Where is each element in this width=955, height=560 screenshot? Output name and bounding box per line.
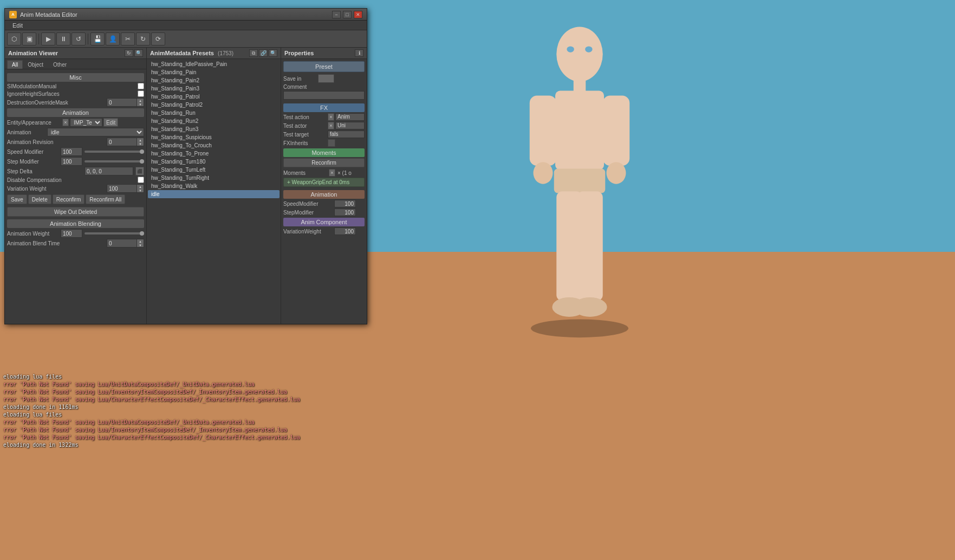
anim-revision-input[interactable] — [107, 138, 137, 146]
presets-search-icon[interactable]: 🔍 — [269, 49, 277, 57]
moments-x-btn[interactable]: × — [329, 169, 335, 177]
animation-select[interactable]: idle — [47, 128, 144, 136]
search-icon[interactable]: 🔍 — [134, 49, 143, 57]
reconfirm-button[interactable]: Reconfirm — [53, 194, 85, 204]
preset-item-5[interactable]: hw_Standing_Patrol2 — [148, 101, 280, 109]
moments-reconfirm-button[interactable]: Reconfirm — [283, 158, 365, 167]
step-modifier-row: Step Modifier — [7, 157, 144, 166]
toolbar-play[interactable]: ▶ — [41, 32, 55, 45]
variation-weight-input[interactable] — [107, 184, 137, 193]
preset-item-2[interactable]: hw_Standing_Pain2 — [148, 76, 280, 84]
presets-header: AnimMetadata Presets (1753) ⧉ 🔗 🔍 — [147, 48, 281, 59]
refresh-icon[interactable]: ↻ — [125, 49, 133, 57]
preset-item-4[interactable]: hw_Standing_Patrol — [148, 93, 280, 101]
edit-menu[interactable]: Edit — [8, 22, 27, 29]
test-action-x-btn[interactable]: × — [328, 113, 334, 121]
toolbar-sep-1 — [38, 34, 39, 44]
minimize-button[interactable]: − — [332, 11, 341, 18]
variation-weight-props-input[interactable] — [334, 227, 356, 235]
preset-item-12[interactable]: hw_Standing_Turn180 — [148, 158, 280, 166]
anim-blend-time-input[interactable] — [107, 239, 137, 248]
speed-modifier-thumb[interactable] — [140, 149, 144, 154]
toolbar-pause[interactable]: ⏸ — [56, 32, 70, 45]
disable-compensation-checkbox[interactable] — [138, 177, 144, 183]
si-modulation-label: SIModulationManual — [7, 83, 135, 89]
preset-item-11[interactable]: hw_Standing_To_Prone — [148, 149, 280, 158]
anim-weight-thumb[interactable] — [140, 231, 144, 236]
anim-blend-time-row: Animation Blend Time ▲ ▼ — [7, 239, 144, 248]
preset-item-idle[interactable]: idle — [148, 190, 280, 198]
reconfirm-all-button[interactable]: Reconfirm All — [86, 194, 125, 204]
anim-blend-time-arrows: ▲ ▼ — [137, 239, 144, 248]
add-moment-button[interactable]: + WeaponGripEnd at 0ms — [283, 178, 365, 187]
delete-button[interactable]: Delete — [28, 194, 51, 204]
entity-x-button[interactable]: × — [62, 119, 69, 126]
variation-weight-up[interactable]: ▲ — [137, 185, 144, 188]
entity-label: Entity/Appearance — [7, 120, 61, 126]
properties-info-icon[interactable]: ℹ — [355, 49, 363, 57]
preset-item-7[interactable]: hw_Standing_Run2 — [148, 117, 280, 125]
speed-modifier-input[interactable] — [61, 147, 82, 156]
destruction-mask-up[interactable]: ▲ — [137, 99, 144, 102]
anim-revision-down[interactable]: ▼ — [137, 142, 144, 146]
step-modifier-thumb[interactable] — [140, 159, 144, 164]
save-button[interactable]: Save — [7, 194, 27, 204]
test-action-value: Anim — [335, 113, 365, 121]
anim-blend-time-up[interactable]: ▲ — [137, 239, 144, 243]
variation-weight-down[interactable]: ▼ — [137, 188, 144, 192]
preset-item-8[interactable]: hw_Standing_Run3 — [148, 125, 280, 133]
animation-field-label: Animation — [7, 129, 45, 135]
toolbar-user[interactable]: 👤 — [106, 32, 120, 45]
comment-input[interactable] — [283, 91, 365, 100]
toolbar-refresh2[interactable]: ⟳ — [151, 32, 165, 45]
maximize-button[interactable]: □ — [343, 11, 352, 18]
step-modifier-input[interactable] — [61, 157, 82, 166]
anim-blend-time-down[interactable]: ▼ — [137, 243, 144, 247]
destruction-mask-arrows: ▲ ▼ — [137, 98, 144, 107]
si-modulation-checkbox[interactable] — [138, 83, 144, 89]
preset-item-6[interactable]: hw_Standing_Run — [148, 109, 280, 117]
presets-copy-icon[interactable]: ⧉ — [249, 49, 258, 57]
preset-item-9[interactable]: hw_Standing_Suspicious — [148, 133, 280, 141]
test-actor-x-btn[interactable]: × — [328, 122, 334, 129]
destruction-mask-down[interactable]: ▼ — [137, 102, 144, 106]
close-button[interactable]: ✕ — [354, 11, 362, 18]
entity-select[interactable]: IMP_Tes — [70, 118, 102, 127]
preset-item-3[interactable]: hw_Standing_Pain3 — [148, 84, 280, 93]
preset-item-0[interactable]: hw_Standing_IdlePassive_Pain — [148, 60, 280, 68]
tab-all[interactable]: All — [7, 60, 23, 69]
presets-link-icon[interactable]: 🔗 — [259, 49, 268, 57]
speed-modifier-props-input[interactable] — [334, 200, 356, 207]
tab-object[interactable]: Object — [23, 60, 48, 69]
preset-item-10[interactable]: hw_Standing_To_Crouch — [148, 141, 280, 149]
presets-panel: AnimMetadata Presets (1753) ⧉ 🔗 🔍 hw_Sta… — [147, 48, 281, 324]
destruction-mask-input[interactable] — [107, 98, 137, 107]
fx-inherits-checkbox[interactable] — [328, 139, 335, 147]
preset-button[interactable]: Preset — [283, 61, 365, 72]
save-in-color[interactable] — [318, 74, 334, 83]
preset-item-1[interactable]: hw_Standing_Pain — [148, 68, 280, 76]
anim-blend-time-label: Animation Blend Time — [7, 240, 105, 246]
variation-weight-arrows: ▲ ▼ — [137, 184, 144, 193]
toolbar-save[interactable]: 💾 — [90, 32, 105, 45]
preset-item-14[interactable]: hw_Standing_TurnRight — [148, 174, 280, 182]
tab-other[interactable]: Other — [48, 60, 72, 69]
toolbar-btn-1[interactable]: ⬡ — [7, 32, 21, 45]
anim-weight-row: Animation Weight — [7, 229, 144, 238]
toolbar-refresh1[interactable]: ↻ — [136, 32, 150, 45]
misc-section-header: Misc — [7, 73, 144, 82]
ignore-height-checkbox[interactable] — [138, 90, 144, 97]
toolbar-btn-2[interactable]: ▣ — [22, 32, 36, 45]
wipe-out-deleted-button[interactable]: Wipe Out Deleted — [7, 207, 144, 217]
step-modifier-props-input[interactable] — [334, 209, 356, 216]
toolbar-reset[interactable]: ↺ — [72, 32, 86, 45]
preset-item-15[interactable]: hw_Standing_Walk — [148, 182, 280, 190]
toolbar-cut[interactable]: ✂ — [121, 32, 135, 45]
step-delta-input[interactable] — [85, 167, 133, 175]
anim-revision-up[interactable]: ▲ — [137, 138, 144, 142]
step-delta-btn[interactable]: ⬛ — [135, 167, 144, 175]
preset-item-13[interactable]: hw_Standing_TurnLeft — [148, 166, 280, 174]
entity-edit-button[interactable]: Edit — [103, 118, 118, 127]
main-content: Animation Viewer ↻ 🔍 All Object Other Mi… — [5, 48, 367, 324]
anim-weight-input[interactable] — [61, 229, 82, 238]
